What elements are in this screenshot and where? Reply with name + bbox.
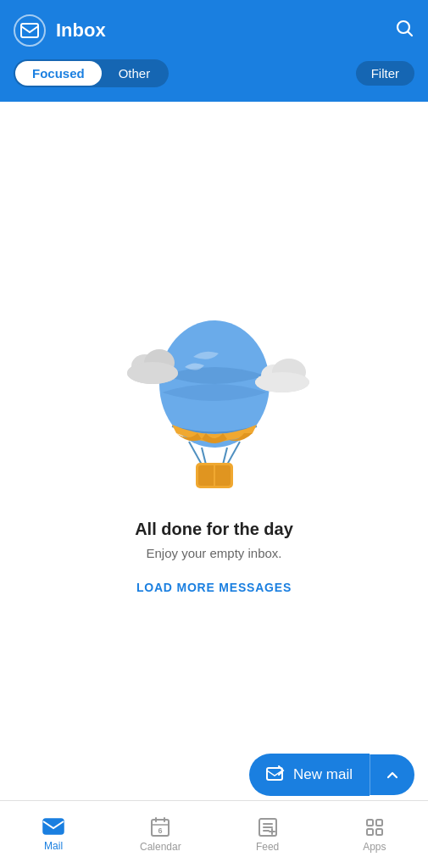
empty-state-subtitle: Enjoy your empty inbox. xyxy=(135,546,293,560)
header-tabs: Focused Other Filter xyxy=(14,59,414,96)
nav-calendar-label: Calendar xyxy=(140,841,181,853)
load-more-button[interactable]: LOAD MORE MESSAGES xyxy=(136,581,292,594)
fab-expand-button[interactable] xyxy=(370,754,414,795)
filter-button[interactable]: Filter xyxy=(356,61,414,86)
svg-line-14 xyxy=(223,448,227,465)
balloon-svg xyxy=(147,308,282,494)
nav-apps[interactable]: Apps xyxy=(321,817,428,853)
new-mail-button[interactable]: New mail xyxy=(249,754,370,796)
main-content: All done for the day Enjoy your empty in… xyxy=(0,102,428,800)
svg-rect-30 xyxy=(376,820,382,826)
page-title: Inbox xyxy=(56,19,106,42)
fab-area: New mail xyxy=(249,754,414,796)
nav-calendar[interactable]: 6 Calendar xyxy=(107,817,214,853)
svg-point-5 xyxy=(127,362,178,384)
apps-nav-icon xyxy=(364,817,385,837)
mail-nav-icon xyxy=(42,818,64,837)
svg-rect-19 xyxy=(43,819,64,834)
nav-feed-label: Feed xyxy=(256,841,279,853)
new-mail-label: New mail xyxy=(293,766,353,783)
tab-other[interactable]: Other xyxy=(102,61,168,86)
nav-mail-label: Mail xyxy=(44,840,63,852)
cloud-left-icon xyxy=(121,346,185,387)
svg-rect-31 xyxy=(367,829,373,835)
calendar-nav-icon: 6 xyxy=(150,817,170,837)
svg-line-13 xyxy=(202,448,206,465)
svg-point-9 xyxy=(255,372,309,392)
mail-avatar-icon xyxy=(14,14,46,47)
empty-state-title: All done for the day xyxy=(135,520,293,539)
header-left: Inbox xyxy=(14,14,106,47)
balloon-illustration xyxy=(130,308,299,494)
svg-rect-32 xyxy=(376,829,382,835)
feed-nav-icon xyxy=(258,817,278,837)
svg-text:6: 6 xyxy=(158,826,163,835)
svg-rect-29 xyxy=(367,820,373,826)
nav-apps-label: Apps xyxy=(363,841,386,853)
inbox-tab-group: Focused Other xyxy=(14,59,169,87)
search-button[interactable] xyxy=(394,18,414,43)
header: Inbox Focused Other Filter xyxy=(0,0,428,102)
nav-mail[interactable]: Mail xyxy=(0,818,107,852)
empty-state-text: All done for the day Enjoy your empty in… xyxy=(135,520,293,560)
cloud-right-icon xyxy=(248,359,316,396)
nav-feed[interactable]: Feed xyxy=(214,817,321,853)
svg-rect-0 xyxy=(21,24,38,37)
bottom-nav: Mail 6 Calendar Feed Apps xyxy=(0,800,428,868)
header-top: Inbox xyxy=(14,6,414,47)
tab-focused[interactable]: Focused xyxy=(15,61,102,86)
